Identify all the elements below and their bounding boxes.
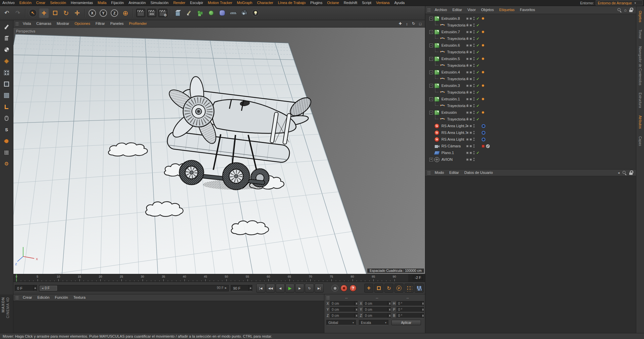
orange-dot-tag[interactable] (482, 111, 484, 114)
menu-item[interactable]: Motion Tracker (206, 0, 235, 6)
stepper-icon[interactable] (421, 313, 424, 318)
menu-item[interactable]: Ayuda (392, 0, 407, 6)
visibility-toggles[interactable] (466, 104, 475, 107)
attribute-manager-menu-item[interactable]: Editar (447, 170, 462, 176)
tag-area[interactable] (482, 31, 484, 33)
home-icon[interactable]: ⌂ (624, 8, 627, 12)
polygons-mode-button[interactable] (2, 91, 12, 100)
viewport-menu-item[interactable]: ProRender (126, 21, 150, 27)
record-keyframe-button[interactable] (331, 285, 338, 292)
effector-button[interactable] (206, 8, 216, 18)
record-rotation-button[interactable]: ↻ (384, 284, 393, 293)
enabled-check[interactable]: ✓ (476, 43, 479, 48)
orange-dot-tag[interactable] (482, 17, 484, 20)
object-row[interactable]: −Extrusión.4✓ (425, 69, 636, 76)
view-label[interactable]: Perspectiva (16, 29, 35, 33)
move-tool-button[interactable]: + (39, 8, 49, 18)
menu-item[interactable]: MoGraph (234, 0, 255, 6)
timeline-ruler[interactable]: -2 F 05101520253035404550556065707580859… (13, 274, 425, 282)
environment-dropdown[interactable]: Entorno de Arranque ▾ (596, 0, 643, 5)
menu-item[interactable]: Esculpir (187, 0, 205, 6)
record-position-button[interactable]: + (364, 284, 373, 293)
history-back-icon[interactable]: ◂ (618, 171, 620, 175)
apply-button[interactable]: Aplicar (391, 320, 421, 325)
enabled-check[interactable]: ✓ (476, 50, 479, 54)
object-row[interactable]: −Extrusión.5✓ (425, 55, 636, 62)
axis-mode-button[interactable] (2, 102, 12, 111)
lock-y-button[interactable]: Y (98, 8, 108, 18)
visibility-toggles[interactable] (466, 138, 475, 141)
object-manager-menu-item[interactable]: Favoritos (517, 7, 538, 13)
tag-area[interactable] (482, 71, 484, 74)
render-settings-button[interactable]: ⚙ (158, 8, 168, 18)
orange-dot-tag[interactable] (482, 98, 484, 100)
material-list-empty[interactable] (13, 301, 324, 333)
current-frame-field[interactable]: 0 F (15, 285, 37, 291)
cloner-button[interactable] (195, 8, 205, 18)
maximize-view-icon[interactable]: □ (418, 21, 423, 27)
undo-button[interactable]: ↶ (2, 8, 12, 18)
visibility-toggles[interactable] (466, 91, 475, 94)
timeline-range-slider[interactable]: 0 F 90 F (39, 285, 229, 291)
visibility-toggles[interactable] (466, 44, 475, 47)
record-pla-button[interactable] (405, 284, 414, 293)
enabled-check[interactable]: ✓ (476, 151, 479, 155)
visibility-toggles[interactable] (466, 84, 475, 87)
menu-item[interactable]: Herramientas (68, 0, 95, 6)
size-field[interactable]: 0 cm (363, 301, 391, 306)
tag-area[interactable] (482, 17, 484, 20)
texture-mode-button[interactable] (2, 45, 12, 54)
layout-tab[interactable]: Estructura (638, 93, 642, 108)
tool-settings-button[interactable]: ⚙ (2, 159, 12, 168)
enabled-check[interactable]: ✓ (476, 104, 479, 108)
uv-mode-button[interactable] (2, 148, 12, 157)
stepper-icon[interactable] (355, 301, 357, 306)
object-row[interactable]: Trayectoria 3✓ (425, 89, 636, 96)
viewport-menu-item[interactable]: Mostrar (54, 21, 72, 27)
menu-item[interactable]: Ventana (374, 0, 392, 6)
layout-tab[interactable]: Tomar (638, 30, 642, 39)
enabled-check[interactable]: ✓ (476, 63, 479, 68)
menu-item[interactable]: Crear (34, 0, 48, 6)
autokey-button[interactable] (340, 285, 347, 292)
scale-tool-button[interactable] (50, 8, 60, 18)
enabled-check[interactable]: ✓ (476, 16, 479, 21)
position-field[interactable]: 0 cm (330, 307, 358, 312)
rotation-field[interactable]: 0 ° (396, 301, 424, 306)
object-row[interactable]: RS Area Light.2 (425, 123, 636, 129)
menu-item[interactable]: Fijación (109, 0, 126, 6)
viewport-menu-item[interactable]: Cámaras (34, 21, 54, 27)
enabled-check[interactable]: ✓ (476, 30, 479, 34)
visibility-toggles[interactable] (466, 131, 475, 134)
space-dropdown[interactable]: Global▾ (326, 320, 356, 325)
floor-button[interactable] (228, 8, 238, 18)
make-editable-button[interactable] (2, 22, 12, 31)
enabled-check[interactable]: ✓ (476, 84, 479, 88)
orange-dot-tag[interactable] (482, 31, 484, 33)
layout-tab[interactable]: Atributos (638, 115, 642, 129)
enabled-check[interactable]: ✓ (476, 117, 479, 122)
enabled-check[interactable]: ✓ (476, 57, 479, 61)
goto-end-button[interactable]: ▶| (315, 284, 324, 293)
visibility-toggles[interactable] (466, 37, 475, 40)
tag-area[interactable] (482, 84, 484, 87)
object-row[interactable]: Trayectoria 6✓ (425, 76, 636, 82)
tag-area[interactable] (482, 138, 485, 141)
viewport-menu-item[interactable]: Paneles (108, 21, 126, 27)
red-square-tag[interactable] (482, 145, 485, 148)
orange-dot-tag[interactable] (482, 44, 484, 47)
object-row[interactable]: Trayectoria 3✓ (425, 116, 636, 123)
spline-pen-button[interactable] (184, 8, 194, 18)
model-mode-button[interactable] (2, 34, 12, 43)
rotate-view-icon[interactable]: ↻ (411, 21, 416, 27)
keyframe-presets-button[interactable] (415, 284, 424, 293)
expand-icon[interactable]: + (429, 158, 433, 161)
lock-icon[interactable] (629, 171, 633, 175)
enabled-check[interactable]: ✓ (476, 37, 479, 41)
vertex-paint-button[interactable] (2, 137, 12, 145)
material-menu-item[interactable]: Textura (71, 295, 88, 300)
object-row[interactable]: −Extrusión✓ (425, 109, 636, 116)
enabled-check[interactable]: ✓ (476, 97, 479, 101)
light-button[interactable] (250, 8, 260, 18)
visibility-toggles[interactable] (466, 97, 475, 101)
